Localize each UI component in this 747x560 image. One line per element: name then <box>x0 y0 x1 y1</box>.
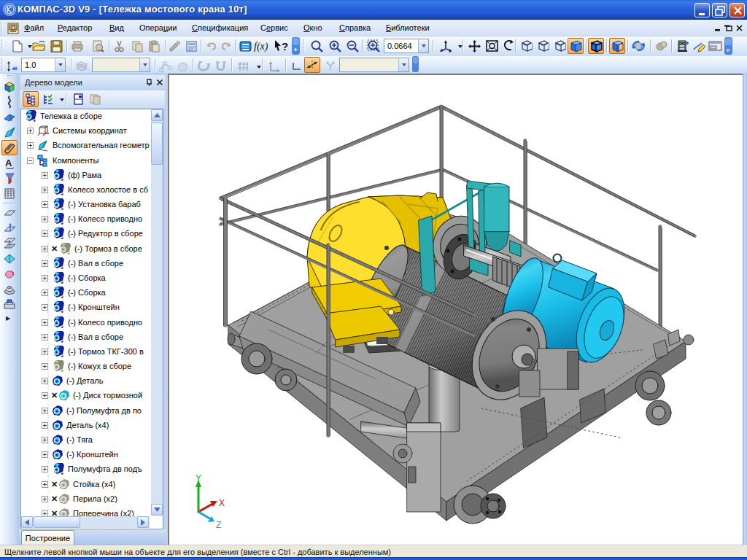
svg-text:Z: Z <box>216 520 221 530</box>
svg-text:A: A <box>5 158 12 168</box>
svg-text:X: X <box>219 498 225 508</box>
svg-text:Y: Y <box>196 473 201 483</box>
svg-text:f(x): f(x) <box>254 41 268 52</box>
svg-text:?: ? <box>282 40 288 52</box>
